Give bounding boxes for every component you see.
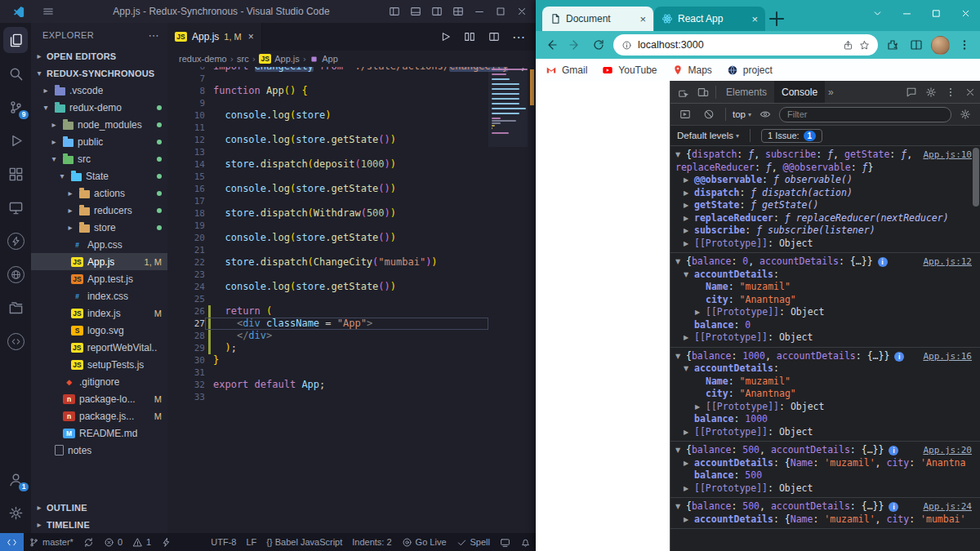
object-preview[interactable]: {dispatch: ƒ, subscribe: ƒ, getState: ƒ,… <box>675 149 912 173</box>
status-spell[interactable]: Spell <box>452 533 495 551</box>
activitybar-search[interactable] <box>3 60 28 87</box>
tree-item-logo-svg[interactable]: Slogo.svg <box>31 322 167 339</box>
section-open-editors[interactable]: ▸ OPEN EDITORS <box>31 47 167 64</box>
expand-twisty-icon[interactable]: ▶ <box>684 331 694 344</box>
code-line-13[interactable]: 13 <box>167 146 488 158</box>
toggle-secondary-sidebar-icon[interactable] <box>426 2 448 21</box>
log-levels-dropdown[interactable]: Default levels ▾ <box>677 131 739 140</box>
tab-close-icon[interactable]: × <box>751 13 758 25</box>
devtools-tab-elements[interactable]: Elements <box>719 81 774 103</box>
issues-icon[interactable] <box>902 81 921 103</box>
expand-twisty-icon[interactable]: ▼ <box>675 500 686 513</box>
expand-twisty-icon[interactable]: ▼ <box>675 444 686 457</box>
tree-item-index-js[interactable]: JSindex.jsM <box>31 304 167 322</box>
status-sync[interactable] <box>78 533 99 551</box>
forward-button[interactable] <box>566 36 584 54</box>
tree-item-package-lo[interactable]: npackage-lo...M <box>31 390 167 407</box>
code-line-25[interactable]: 25 <box>167 293 488 305</box>
source-link[interactable]: App.js:24 <box>923 500 972 513</box>
issues-chip[interactable]: 1 Issue: 1 <box>761 129 822 143</box>
tree-item-reducers[interactable]: ▸reducers <box>31 202 167 219</box>
code-editor[interactable]: 6import ChangeCity from './state/actions… <box>167 67 536 533</box>
expand-twisty-icon[interactable]: ▼ <box>684 362 694 375</box>
activitybar-thunder-client[interactable] <box>3 228 28 254</box>
activitybar-settings[interactable] <box>3 500 28 526</box>
breadcrumb-item[interactable]: JSApp.js <box>259 54 300 64</box>
minimize-button[interactable] <box>469 2 490 21</box>
code-line-18[interactable]: 18 store.dispatch(Withdraw(500)) <box>167 207 488 220</box>
code-line-14[interactable]: 14 store.dispatch(deposit(1000)) <box>167 158 488 171</box>
devtools-menu-icon[interactable] <box>941 81 960 103</box>
page-viewport[interactable] <box>536 81 670 551</box>
tree-item-package-js[interactable]: npackage.js...M <box>31 407 167 424</box>
expand-twisty-icon[interactable]: ▶ <box>684 482 694 495</box>
status-remote-indicator[interactable] <box>0 533 24 551</box>
expand-twisty-icon[interactable]: ▶ <box>684 238 694 251</box>
url-text[interactable]: localhost:3000 <box>638 39 837 51</box>
close-button[interactable] <box>511 2 532 21</box>
tree-item-gitignore[interactable]: ◆.gitignore <box>31 373 167 390</box>
object-preview[interactable]: {balance: 0, accountDetails: {…}}i <box>686 256 888 267</box>
editor-tab-appjs[interactable]: JS App.js 1, M × <box>167 23 262 51</box>
object-preview[interactable]: {balance: 500, accountDetails: {…}}i <box>686 444 898 455</box>
code-line-11[interactable]: 11 <box>167 122 488 134</box>
expand-twisty-icon[interactable]: ▶ <box>684 199 694 212</box>
code-line-33[interactable]: 33 <box>167 391 488 403</box>
tree-item-public[interactable]: ▸public <box>31 133 167 150</box>
refresh-button[interactable] <box>590 36 608 54</box>
devtools-settings-icon[interactable] <box>921 81 941 103</box>
code-line-28[interactable]: 28 </div> <box>167 330 488 342</box>
context-selector[interactable]: top ▾ <box>733 109 751 119</box>
code-line-26[interactable]: 26 return ( <box>167 305 488 318</box>
code-line-17[interactable]: 17 <box>167 195 488 207</box>
favorite-star-icon[interactable] <box>859 40 870 51</box>
maximize-button[interactable] <box>490 2 511 21</box>
minimap[interactable] <box>492 69 528 533</box>
profile-avatar[interactable] <box>931 36 950 55</box>
devtools-close-icon[interactable] <box>960 81 980 103</box>
tree-item-reportwebvital[interactable]: JSreportWebVital... <box>31 339 167 356</box>
code-line-24[interactable]: 24 console.log(store.getState()) <box>167 281 488 293</box>
expand-twisty-icon[interactable]: ▼ <box>675 149 686 162</box>
more-actions-icon[interactable]: ⋯ <box>508 27 529 47</box>
status-notifications[interactable] <box>515 533 536 551</box>
activitybar-snippets[interactable] <box>3 328 28 354</box>
activitybar-extensions[interactable] <box>3 161 28 187</box>
tree-item-redux-demo[interactable]: ▾redux-demo <box>31 99 167 116</box>
scrollbar-thumb[interactable] <box>973 148 979 207</box>
tab-search-icon[interactable] <box>862 0 892 26</box>
tree-item-actions[interactable]: ▸actions <box>31 184 167 202</box>
activitybar-explorer[interactable] <box>3 27 28 53</box>
section-timeline[interactable]: ▸ TIMELINE <box>31 516 167 533</box>
run-file-button[interactable] <box>434 27 456 47</box>
source-link[interactable]: App.js:16 <box>923 350 972 363</box>
code-line-32[interactable]: 32export default App; <box>167 379 488 391</box>
tree-item-state[interactable]: ▾State <box>31 167 167 184</box>
breadcrumb-item[interactable]: src <box>237 54 249 64</box>
code-line-16[interactable]: 16 console.log(store.getState()) <box>167 183 488 195</box>
code-line-6[interactable]: 6import ChangeCity from './state/actions… <box>167 67 488 73</box>
expand-twisty-icon[interactable]: ▶ <box>695 401 706 414</box>
code-line-27[interactable]: 27 <div className = "App"> <box>167 318 488 330</box>
expand-twisty-icon[interactable]: ▶ <box>684 174 694 187</box>
expand-twisty-icon[interactable]: ▼ <box>675 350 686 363</box>
code-line-20[interactable]: 20 console.log(store.getState()) <box>167 232 488 244</box>
toggle-panel-icon[interactable] <box>405 2 426 21</box>
site-info-icon[interactable] <box>621 40 632 51</box>
status-git-branch[interactable]: master* <box>24 533 78 551</box>
code-line-31[interactable]: 31 <box>167 367 488 379</box>
tree-item-app-test-js[interactable]: JSApp.test.js <box>31 270 167 287</box>
source-link[interactable]: App.js:12 <box>923 256 972 269</box>
live-expression-eye-icon[interactable] <box>755 104 775 125</box>
code-line-21[interactable]: 21 <box>167 244 488 256</box>
tab-close-icon[interactable]: × <box>248 31 254 42</box>
status-eol[interactable]: LF <box>241 533 261 551</box>
split-editor-button[interactable] <box>483 27 505 47</box>
address-bar[interactable]: localhost:3000 <box>613 34 878 56</box>
tree-item-setuptests-js[interactable]: JSsetupTests.js <box>31 356 167 373</box>
tree-item-app-js[interactable]: JSApp.js1, M <box>31 253 167 270</box>
device-toolbar-icon[interactable] <box>693 81 713 103</box>
status-language-mode[interactable]: {} Babel JavaScript <box>261 533 347 551</box>
bookmark-maps[interactable]: Maps <box>672 64 712 76</box>
inspect-element-icon[interactable] <box>674 81 693 103</box>
